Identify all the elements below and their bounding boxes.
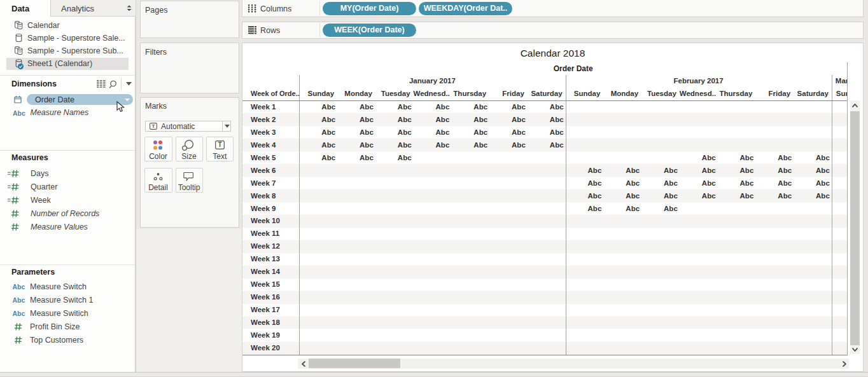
- svg-text:T: T: [152, 123, 155, 129]
- svg-text:T: T: [218, 141, 221, 148]
